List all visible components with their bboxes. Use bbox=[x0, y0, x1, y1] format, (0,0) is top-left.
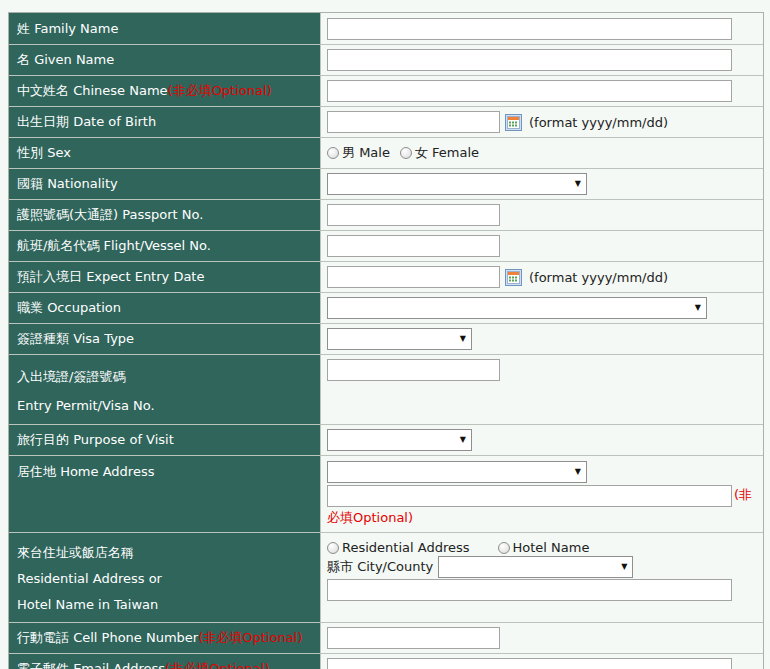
nationality-cell: ▼ bbox=[321, 169, 763, 199]
flight-label: 航班/航名代碼 Flight/Vessel No. bbox=[9, 231, 321, 261]
flight-input[interactable] bbox=[327, 235, 500, 257]
form-row-taiwan-address: 來台住址或飯店名稱 Residential Address or Hotel N… bbox=[9, 532, 763, 622]
sex-label-text: 性別 Sex bbox=[17, 144, 71, 162]
purpose-cell: ▼ bbox=[321, 425, 763, 455]
sex-male-radio[interactable] bbox=[327, 147, 339, 159]
cell-phone-cell bbox=[321, 623, 763, 653]
hotel-name-radio-label: Hotel Name bbox=[513, 540, 590, 555]
chinese-name-input[interactable] bbox=[327, 80, 732, 102]
family-name-cell bbox=[321, 13, 763, 44]
visa-type-label-text: 簽證種類 Visa Type bbox=[17, 330, 134, 348]
home-address-country-select[interactable]: ▼ bbox=[327, 461, 587, 483]
chinese-name-label: 中文姓名 Chinese Name(非必填Optional) bbox=[9, 76, 321, 106]
taiwan-address-label: 來台住址或飯店名稱 Residential Address or Hotel N… bbox=[9, 533, 321, 622]
form-row-entry-permit: 入出境證/簽證號碼 Entry Permit/Visa No. bbox=[9, 354, 763, 424]
city-county-select[interactable]: ▼ bbox=[438, 556, 633, 578]
form-row-flight: 航班/航名代碼 Flight/Vessel No. bbox=[9, 230, 763, 261]
residential-address-option: Residential Address bbox=[327, 540, 470, 555]
form-row-passport: 護照號碼(大通證) Passport No. bbox=[9, 199, 763, 230]
entry-date-format-hint: (format yyyy/mm/dd) bbox=[529, 270, 668, 285]
entry-permit-label-text: 入出境證/簽證號碼 Entry Permit/Visa No. bbox=[17, 362, 155, 420]
entry-permit-input[interactable] bbox=[327, 359, 500, 381]
passport-cell bbox=[321, 200, 763, 230]
cell-phone-input[interactable] bbox=[327, 627, 500, 649]
family-name-input[interactable] bbox=[327, 18, 732, 40]
home-address-cell: ▼ (非必填Optional) bbox=[321, 456, 764, 532]
chinese-name-optional-note: (非必填Optional) bbox=[168, 83, 272, 98]
occupation-label-text: 職業 Occupation bbox=[17, 299, 121, 317]
passport-input[interactable] bbox=[327, 204, 500, 226]
given-name-label: 名 Given Name bbox=[9, 45, 321, 75]
family-name-label-text: 姓 Family Name bbox=[17, 20, 118, 38]
dropdown-arrow-icon: ▼ bbox=[695, 304, 701, 312]
form-row-sex: 性別 Sex 男 Male 女 Female bbox=[9, 137, 763, 168]
cell-phone-optional-note: (非必填Optional) bbox=[198, 630, 302, 645]
nationality-label-text: 國籍 Nationality bbox=[17, 175, 118, 193]
arrival-card-form: 姓 Family Name 名 Given Name 中文姓名 Chinese … bbox=[8, 12, 764, 669]
residential-address-radio[interactable] bbox=[327, 542, 339, 554]
dropdown-arrow-icon: ▼ bbox=[460, 335, 466, 343]
taiwan-address-detail-input[interactable] bbox=[327, 579, 732, 601]
email-label: 電子郵件 Email Address(非必填Optional) bbox=[9, 654, 321, 669]
sex-cell: 男 Male 女 Female bbox=[321, 138, 763, 168]
flight-cell bbox=[321, 231, 763, 261]
entry-date-cell: (format yyyy/mm/dd) bbox=[321, 262, 763, 292]
dropdown-arrow-icon: ▼ bbox=[575, 180, 581, 188]
passport-label: 護照號碼(大通證) Passport No. bbox=[9, 200, 321, 230]
birth-date-input[interactable] bbox=[327, 111, 500, 133]
birth-date-cell: (format yyyy/mm/dd) bbox=[321, 107, 763, 137]
visa-type-cell: ▼ bbox=[321, 324, 763, 354]
form-row-birth-date: 出生日期 Date of Birth (format yyyy/mm/dd) bbox=[9, 106, 763, 137]
sex-male-label: 男 Male bbox=[342, 144, 390, 162]
nationality-label: 國籍 Nationality bbox=[9, 169, 321, 199]
visa-type-select[interactable]: ▼ bbox=[327, 328, 472, 350]
sex-female-radio[interactable] bbox=[400, 147, 412, 159]
dropdown-arrow-icon: ▼ bbox=[575, 468, 581, 476]
occupation-cell: ▼ bbox=[321, 293, 763, 323]
cell-phone-label-text: 行動電話 Cell Phone Number(非必填Optional) bbox=[17, 629, 302, 647]
city-county-label: 縣市 City/County bbox=[327, 558, 433, 576]
occupation-label: 職業 Occupation bbox=[9, 293, 321, 323]
nationality-select[interactable]: ▼ bbox=[327, 173, 587, 195]
visa-type-label: 簽證種類 Visa Type bbox=[9, 324, 321, 354]
birth-date-label: 出生日期 Date of Birth bbox=[9, 107, 321, 137]
sex-male-option: 男 Male bbox=[327, 144, 390, 162]
entry-date-input[interactable] bbox=[327, 266, 500, 288]
entry-permit-cell bbox=[321, 355, 763, 424]
form-row-entry-date: 預計入境日 Expect Entry Date (format yyyy/mm/… bbox=[9, 261, 763, 292]
sex-female-label: 女 Female bbox=[415, 144, 479, 162]
entry-permit-label: 入出境證/簽證號碼 Entry Permit/Visa No. bbox=[9, 355, 321, 424]
form-row-occupation: 職業 Occupation ▼ bbox=[9, 292, 763, 323]
passport-label-text: 護照號碼(大通證) Passport No. bbox=[17, 206, 203, 224]
hotel-name-radio[interactable] bbox=[498, 542, 510, 554]
flight-label-text: 航班/航名代碼 Flight/Vessel No. bbox=[17, 237, 211, 255]
occupation-select[interactable]: ▼ bbox=[327, 297, 707, 319]
given-name-input[interactable] bbox=[327, 49, 732, 71]
calendar-icon[interactable] bbox=[505, 114, 522, 131]
dropdown-arrow-icon: ▼ bbox=[460, 436, 466, 444]
birth-date-format-hint: (format yyyy/mm/dd) bbox=[529, 115, 668, 130]
residential-address-radio-label: Residential Address bbox=[342, 540, 470, 555]
form-row-purpose: 旅行目的 Purpose of Visit ▼ bbox=[9, 424, 763, 455]
form-row-home-address: 居住地 Home Address ▼ (非必填Optional) bbox=[9, 455, 763, 532]
email-label-text: 電子郵件 Email Address(非必填Optional) bbox=[17, 660, 269, 669]
taiwan-address-label-text: 來台住址或飯店名稱 Residential Address or Hotel N… bbox=[17, 540, 162, 618]
email-optional-note: (非必填Optional) bbox=[165, 661, 269, 669]
form-row-visa-type: 簽證種類 Visa Type ▼ bbox=[9, 323, 763, 354]
home-address-detail-input[interactable] bbox=[327, 485, 732, 507]
cell-phone-label: 行動電話 Cell Phone Number(非必填Optional) bbox=[9, 623, 321, 653]
taiwan-address-cell: Residential Address Hotel Name 縣市 City/C… bbox=[321, 533, 763, 622]
calendar-icon[interactable] bbox=[505, 269, 522, 286]
email-cell bbox=[321, 654, 763, 669]
purpose-label-text: 旅行目的 Purpose of Visit bbox=[17, 431, 174, 449]
email-input[interactable] bbox=[327, 658, 732, 669]
sex-label: 性別 Sex bbox=[9, 138, 321, 168]
family-name-label: 姓 Family Name bbox=[9, 13, 321, 44]
given-name-label-text: 名 Given Name bbox=[17, 51, 114, 69]
hotel-name-option: Hotel Name bbox=[498, 540, 590, 555]
form-row-email: 電子郵件 Email Address(非必填Optional) bbox=[9, 653, 763, 669]
purpose-select[interactable]: ▼ bbox=[327, 429, 472, 451]
given-name-cell bbox=[321, 45, 763, 75]
chinese-name-cell bbox=[321, 76, 763, 106]
form-row-cell-phone: 行動電話 Cell Phone Number(非必填Optional) bbox=[9, 622, 763, 653]
